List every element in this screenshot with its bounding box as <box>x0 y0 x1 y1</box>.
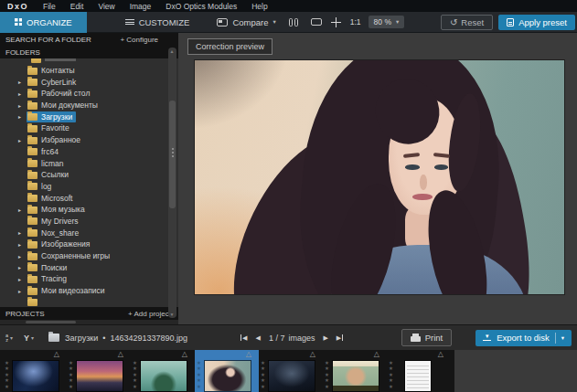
star-rating[interactable]: ★★★★★ <box>133 360 139 389</box>
configure-button[interactable]: + Configure <box>120 36 158 44</box>
tab-organize[interactable]: ORGANIZE <box>0 12 87 33</box>
scroll-down-icon[interactable]: ▼ <box>170 312 175 317</box>
folder-item[interactable]: Microsoft <box>0 192 178 204</box>
folder-item[interactable]: ▸Tracing <box>0 273 178 285</box>
folder-item-selected[interactable]: ▸Загрузки <box>0 111 178 122</box>
zoom-1to1-button[interactable]: 1:1 <box>350 17 361 26</box>
last-image-button[interactable]: ▶ <box>337 334 343 342</box>
chevron-down-icon[interactable]: ▾ <box>31 334 34 341</box>
thumbnail-image[interactable] <box>205 361 251 391</box>
expand-arrow-icon[interactable]: ▸ <box>18 229 27 236</box>
thumbnail-sunset-coast[interactable]: ★★★★★ △ <box>67 350 131 392</box>
print-button[interactable]: Print <box>401 329 453 346</box>
previous-image-button[interactable]: ◀ <box>255 334 260 342</box>
thumbnail-image[interactable] <box>13 361 59 391</box>
folder-item[interactable]: ▸Избранное <box>0 134 178 146</box>
star-rating[interactable]: ★★★★★ <box>69 360 75 389</box>
zoom-level-dropdown[interactable]: 80 % ▾ <box>369 16 405 28</box>
folder-item[interactable]: ▸CyberLink <box>0 76 178 88</box>
thumbnail-meme-photo[interactable]: ★★★★★ △ <box>323 350 387 392</box>
thumbnail-island-mountain[interactable]: ★★★★★ △ <box>131 350 195 392</box>
expand-arrow-icon[interactable]: ▸ <box>18 79 27 85</box>
side-by-side-button[interactable] <box>289 18 298 26</box>
folder-item[interactable]: ▸Nox_share <box>0 227 178 238</box>
thumbnail-image[interactable] <box>333 361 379 391</box>
fit-frame-button[interactable] <box>311 18 322 26</box>
thumbnail-image[interactable] <box>141 361 187 391</box>
thumbnail-woman-portrait-selected[interactable]: ★★★★★ △ <box>195 350 259 392</box>
folder-item[interactable]: Контакты <box>0 65 178 77</box>
folder-item[interactable]: log <box>0 181 178 193</box>
thumbnail-image[interactable] <box>77 361 123 391</box>
folder-item[interactable]: My Drivers <box>0 216 178 228</box>
folder-item[interactable]: Ссылки <box>0 169 178 181</box>
thumbnail-image[interactable] <box>405 361 431 391</box>
export-to-disk-button[interactable]: ▼ Export to disk ▾ <box>475 330 572 346</box>
scrollbar-thumb[interactable] <box>169 101 176 208</box>
expand-arrow-icon[interactable]: ▸ <box>18 102 27 109</box>
expand-arrow-icon[interactable]: ▸ <box>18 207 27 213</box>
chevron-down-icon[interactable]: ▾ <box>10 334 13 341</box>
folder-item-clipped[interactable] <box>0 296 178 307</box>
star-rating[interactable]: ★★★★★ <box>5 360 11 389</box>
first-image-button[interactable]: ◀ <box>240 334 247 342</box>
folder-icon <box>27 125 37 132</box>
star-rating[interactable]: ★★★★★ <box>325 360 331 389</box>
pan-tool-button[interactable] <box>331 17 341 27</box>
expand-arrow-icon[interactable]: ▸ <box>18 288 27 294</box>
folder-item[interactable]: Favorite <box>0 122 178 134</box>
expand-arrow-icon[interactable]: ▸ <box>18 90 27 97</box>
vertical-scrollbar[interactable]: ▲ ▼ <box>168 48 176 318</box>
menu-help[interactable]: Help <box>251 2 267 11</box>
menu-edit[interactable]: Edit <box>70 2 84 11</box>
expand-arrow-icon[interactable]: ▸ <box>18 253 27 260</box>
photo-preview[interactable] <box>195 60 564 294</box>
folder-label: Мои документы <box>41 101 98 110</box>
module-warning-icon: △ <box>54 350 59 358</box>
folder-item[interactable]: ▸Мои документы <box>0 100 178 111</box>
menu-image[interactable]: Image <box>130 2 152 11</box>
thumbnail-image[interactable] <box>269 361 315 391</box>
menu-file[interactable]: File <box>43 2 56 11</box>
menu-dxo-optics-modules[interactable]: DxO Optics Modules <box>166 2 237 11</box>
chevron-down-icon[interactable]: ▾ <box>272 18 275 26</box>
add-project-button[interactable]: + Add project <box>128 310 171 318</box>
filter-icon[interactable]: Y <box>24 334 29 343</box>
folder-item[interactable]: ▸Моя музыка <box>0 204 178 216</box>
folder-item[interactable]: ▸Мои видеозаписи <box>0 285 178 297</box>
folder-item[interactable]: licman <box>0 157 178 169</box>
thumbnail-storm-mountain[interactable]: ★★★★★ △ <box>259 350 323 392</box>
chevron-down-icon[interactable]: ▾ <box>396 18 399 26</box>
chevron-down-icon[interactable]: ▾ <box>561 334 564 342</box>
compare-icon <box>217 18 228 26</box>
folders-label: FOLDERS <box>5 48 40 57</box>
projects-header: PROJECTS + Add project <box>0 307 178 320</box>
folder-item[interactable]: ▸Сохраненные игры <box>0 250 178 262</box>
folder-item[interactable]: ▸Рабочий стол <box>0 88 178 100</box>
folder-item[interactable]: frc64 <box>0 146 178 158</box>
star-rating[interactable]: ★★★★★ <box>389 360 395 389</box>
folder-item-clipped[interactable] <box>0 58 178 65</box>
expand-arrow-icon[interactable]: ▸ <box>18 264 27 270</box>
scrollbar-thumb[interactable] <box>26 321 76 323</box>
folder-item[interactable]: ▸Поиски <box>0 261 178 273</box>
apply-preset-button[interactable]: Apply preset <box>498 15 575 30</box>
star-rating[interactable]: ★★★★★ <box>261 360 267 389</box>
reset-button[interactable]: ↺ Reset <box>441 15 493 30</box>
sort-icon[interactable]: az <box>5 334 8 342</box>
expand-arrow-icon[interactable]: ▸ <box>18 276 27 282</box>
folder-item[interactable]: ▸Изображения <box>0 238 178 250</box>
thumbnail-night-sky[interactable]: ★★★★★ △ <box>3 350 67 392</box>
next-image-button[interactable]: ▶ <box>323 334 327 342</box>
expand-arrow-icon[interactable]: ▸ <box>18 241 27 248</box>
folder-label: Microsoft <box>41 194 72 203</box>
menu-view[interactable]: View <box>98 2 114 11</box>
star-rating[interactable]: ★★★★★ <box>197 360 203 389</box>
horizontal-scrollbar[interactable] <box>0 320 178 324</box>
compare-button[interactable]: Compare ▾ <box>217 17 275 27</box>
expand-arrow-icon[interactable]: ▸ <box>18 113 27 120</box>
thumbnail-document-scan[interactable]: ★★★★★ △ <box>387 350 451 392</box>
scroll-up-icon[interactable]: ▲ <box>170 48 175 54</box>
expand-arrow-icon[interactable]: ▸ <box>18 137 27 143</box>
tab-customize[interactable]: CUSTOMIZE <box>111 12 205 33</box>
